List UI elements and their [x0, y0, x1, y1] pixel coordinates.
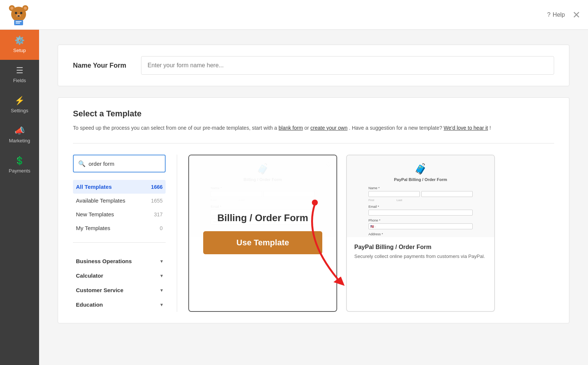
briefcase-paypal-icon: 🧳 [414, 163, 427, 175]
svg-point-3 [10, 7, 13, 10]
filter-available-label: Available Templates [76, 197, 125, 204]
filter-item-available[interactable]: Available Templates 1655 [73, 194, 166, 207]
filter-new-label: New Templates [76, 211, 114, 217]
use-template-button[interactable]: Use Template [203, 231, 322, 254]
logo [7, 3, 30, 27]
search-icon: 🔍 [78, 160, 86, 167]
filter-list: All Templates 1666 Available Templates 1… [73, 180, 166, 243]
sidebar-item-setup-label: Setup [13, 48, 26, 53]
top-bar: ? Help ✕ [0, 0, 588, 30]
filter-all-count: 1666 [151, 184, 163, 190]
form-name-input[interactable] [141, 56, 554, 75]
card-paypal-desc: Securely collect online payments from cu… [354, 253, 487, 260]
love-to-hear-link[interactable]: We'd love to hear it [444, 125, 488, 131]
sidebar-item-marketing[interactable]: 📣 Marketing [0, 120, 39, 150]
sidebar-item-settings-label: Settings [11, 108, 28, 113]
sidebar-item-settings[interactable]: ⚡ Settings [0, 90, 39, 120]
svg-point-7 [20, 12, 22, 14]
filter-my-count: 0 [160, 225, 163, 231]
template-body: 🔍 All Templates 1666 Available Templates… [73, 143, 554, 312]
main-layout: ⚙️ Setup ☰ Fields ⚡ Settings 📣 Marketing… [0, 30, 588, 365]
filter-item-new[interactable]: New Templates 317 [73, 207, 166, 221]
gear-icon: ⚙️ [15, 36, 25, 45]
template-desc: To speed up the process you can select f… [73, 124, 554, 132]
fields-icon: ☰ [16, 67, 23, 75]
chevron-down-icon: ▾ [160, 288, 163, 293]
filter-my-label: My Templates [76, 225, 110, 231]
filter-all-label: All Templates [76, 184, 112, 190]
help-label: Help [553, 12, 565, 18]
filter-item-my[interactable]: My Templates 0 [73, 221, 166, 235]
chevron-down-icon: ▾ [160, 259, 163, 264]
card-info-paypal: PayPal Billing / Order Form Securely col… [347, 237, 494, 267]
sidebar-item-payments[interactable]: 💲 Payments [0, 150, 39, 180]
sidebar: ⚙️ Setup ☰ Fields ⚡ Settings 📣 Marketing… [0, 30, 39, 365]
filter-new-count: 317 [154, 211, 163, 217]
template-desc-suffix: . Have a suggestion for a new template? [349, 125, 444, 131]
category-item-education[interactable]: Education ▾ [73, 297, 166, 312]
sliders-icon: ⚡ [15, 97, 25, 105]
help-circle-icon: ? [547, 12, 550, 18]
content-area: Name Your Form Select a Template To spee… [39, 30, 588, 365]
blank-form-link[interactable]: blank form [279, 125, 303, 131]
mini-form-paypal: Name * First Last [368, 186, 473, 237]
search-box: 🔍 [73, 155, 166, 172]
card-paypal-title: PayPal Billing / Order Form [354, 244, 487, 251]
category-education-label: Education [76, 301, 103, 308]
megaphone-icon: 📣 [15, 127, 25, 135]
template-card-billing[interactable]: 🧳 Billing / Order Form Name * [188, 155, 337, 312]
template-section: Select a Template To speed up the proces… [58, 97, 569, 323]
template-grid-area: 🧳 Billing / Order Form Name * [177, 155, 554, 312]
close-button[interactable]: ✕ [572, 10, 581, 20]
help-button[interactable]: ? Help [547, 12, 565, 18]
category-item-customer[interactable]: Customer Service ▾ [73, 283, 166, 297]
card-preview-paypal: 🧳 PayPal Billing / Order Form Name * [347, 155, 494, 237]
form-name-label: Name Your Form [73, 62, 126, 70]
template-desc-middle: or [304, 125, 310, 131]
search-input[interactable] [89, 161, 160, 167]
category-business-label: Business Operations [76, 258, 132, 264]
category-item-calculator[interactable]: Calculator ▾ [73, 268, 166, 283]
card-hover-overlay: Billing / Order Form Use Template [189, 155, 336, 311]
filter-available-count: 1655 [151, 198, 163, 204]
sidebar-item-fields[interactable]: ☰ Fields [0, 60, 39, 90]
category-list: Business Operations ▾ Calculator ▾ Custo… [73, 254, 166, 312]
top-bar-actions: ? Help ✕ [547, 10, 581, 20]
svg-point-9 [17, 15, 20, 17]
sidebar-item-payments-label: Payments [9, 168, 31, 174]
template-card-paypal[interactable]: 🧳 PayPal Billing / Order Form Name * [346, 155, 495, 312]
card-preview-paypal-title: PayPal Billing / Order Form [394, 177, 447, 182]
chevron-down-icon: ▾ [160, 302, 163, 307]
svg-point-4 [24, 7, 27, 10]
overlay-title: Billing / Order Form [217, 212, 308, 224]
sidebar-item-fields-label: Fields [13, 78, 26, 83]
form-name-section: Name Your Form [58, 45, 569, 86]
category-item-business[interactable]: Business Operations ▾ [73, 254, 166, 268]
filter-item-all[interactable]: All Templates 1666 [73, 180, 166, 194]
svg-rect-11 [16, 21, 22, 22]
dollar-icon: 💲 [15, 157, 25, 165]
svg-rect-12 [16, 23, 20, 23]
sidebar-item-setup[interactable]: ⚙️ Setup [0, 30, 39, 60]
chevron-down-icon: ▾ [160, 273, 163, 278]
create-own-link[interactable]: create your own [310, 125, 348, 131]
category-calculator-label: Calculator [76, 272, 103, 279]
svg-point-6 [15, 12, 17, 14]
template-desc-end: ! [489, 125, 491, 131]
filter-panel: 🔍 All Templates 1666 Available Templates… [73, 155, 177, 312]
template-section-title: Select a Template [73, 109, 554, 119]
category-customer-label: Customer Service [76, 287, 124, 293]
sidebar-item-marketing-label: Marketing [9, 138, 30, 143]
template-desc-prefix: To speed up the process you can select f… [73, 125, 279, 131]
